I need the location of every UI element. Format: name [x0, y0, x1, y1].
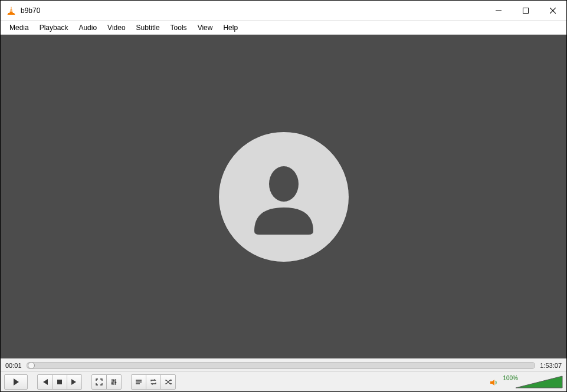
vlc-cone-icon: [6, 6, 16, 15]
menubar: Media Playback Audio Video Subtitle Tool…: [1, 21, 566, 35]
sliders-icon: [110, 378, 117, 386]
menu-help[interactable]: Help: [218, 22, 243, 34]
menu-tools[interactable]: Tools: [165, 22, 192, 34]
playlist-group: [131, 374, 176, 390]
menu-view[interactable]: View: [192, 22, 218, 34]
seek-row: 00:01 1:53:07: [1, 358, 566, 371]
menu-playback[interactable]: Playback: [34, 22, 74, 34]
loop-icon: [150, 378, 157, 386]
menu-subtitle[interactable]: Subtitle: [131, 22, 165, 34]
mute-button[interactable]: [489, 378, 499, 387]
svg-rect-4: [57, 380, 62, 384]
cover-art-placeholder: [219, 132, 349, 262]
shuffle-icon: [165, 378, 172, 386]
play-icon: [12, 378, 20, 386]
svg-point-5: [112, 382, 113, 384]
svg-rect-1: [9, 10, 12, 11]
time-elapsed[interactable]: 00:01: [5, 362, 22, 369]
view-group: [91, 374, 122, 390]
fullscreen-button[interactable]: [91, 374, 107, 390]
menu-audio[interactable]: Audio: [73, 22, 102, 34]
svg-point-6: [113, 380, 115, 381]
volume-label: 100%: [503, 375, 518, 381]
maximize-button[interactable]: [512, 1, 539, 20]
svg-rect-2: [523, 8, 529, 13]
seek-thumb[interactable]: [28, 362, 35, 369]
app-window: b9b70 Media Playback Audio Video Subtitl…: [0, 0, 567, 392]
fullscreen-icon: [96, 378, 103, 386]
play-button[interactable]: [4, 374, 28, 390]
video-area[interactable]: [1, 35, 566, 358]
titlebar: b9b70: [1, 1, 566, 21]
stop-icon: [57, 379, 63, 385]
playlist-button[interactable]: [131, 374, 146, 390]
menu-video[interactable]: Video: [102, 22, 130, 34]
svg-point-7: [115, 381, 117, 383]
shuffle-button[interactable]: [160, 374, 176, 390]
next-button[interactable]: [67, 374, 82, 390]
minimize-button[interactable]: [485, 1, 512, 20]
svg-point-3: [269, 166, 299, 202]
skip-next-icon: [71, 378, 78, 386]
controls-row: 100%: [1, 371, 566, 391]
playlist-icon: [135, 378, 142, 386]
skip-group: [37, 374, 82, 390]
skip-previous-icon: [41, 378, 48, 386]
close-button[interactable]: [539, 1, 566, 20]
loop-button[interactable]: [146, 374, 161, 390]
stop-button[interactable]: [52, 374, 67, 390]
previous-button[interactable]: [37, 374, 53, 390]
window-title: b9b70: [21, 6, 40, 15]
svg-rect-0: [10, 8, 12, 9]
seek-slider[interactable]: [27, 362, 536, 369]
volume-control: 100%: [489, 375, 563, 388]
volume-slider[interactable]: [516, 375, 563, 388]
person-icon: [242, 156, 325, 238]
menu-media[interactable]: Media: [4, 22, 34, 34]
svg-marker-8: [516, 376, 562, 388]
speaker-icon: [489, 378, 499, 387]
time-total[interactable]: 1:53:07: [540, 362, 562, 369]
extended-settings-button[interactable]: [106, 374, 122, 390]
